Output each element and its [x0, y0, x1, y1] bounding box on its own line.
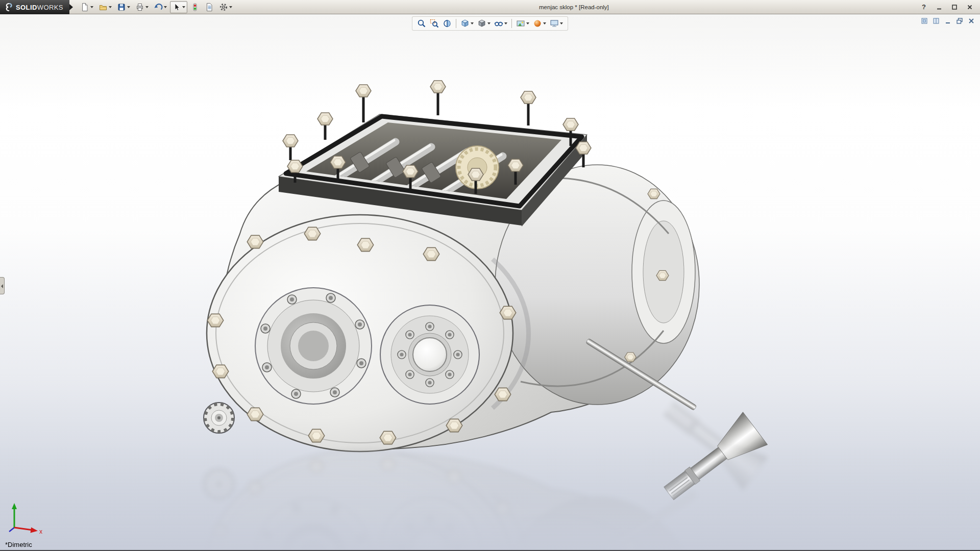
doc-minimize-button[interactable]	[943, 16, 952, 26]
new-document-button[interactable]	[78, 1, 95, 13]
brand-arrow-icon[interactable]	[69, 4, 73, 10]
minimize-button[interactable]	[934, 2, 944, 12]
fullscreen-button[interactable]	[919, 16, 929, 26]
hide-show-items-button[interactable]	[493, 18, 509, 29]
new-document-icon	[80, 3, 89, 12]
zoom-to-fit-button[interactable]	[415, 18, 428, 29]
doc-restore-icon	[956, 17, 963, 24]
gearbox-assembly	[204, 81, 768, 510]
open-document-icon	[99, 3, 108, 12]
titlebar[interactable]: SOLIDWORKS	[0, 0, 980, 14]
triad-y-arrowhead	[12, 503, 17, 509]
triad-x-label: x	[39, 528, 42, 535]
select-cursor-icon	[172, 3, 181, 12]
dropdown-arrow-icon	[471, 22, 474, 24]
dropdown-arrow-icon	[90, 6, 93, 8]
view-orientation-cube-icon	[460, 19, 470, 28]
display-style-button[interactable]	[476, 18, 492, 29]
doc-minimize-icon	[944, 17, 951, 24]
save-icon	[117, 3, 126, 12]
file-properties-button[interactable]	[203, 1, 216, 13]
maximize-icon	[951, 4, 958, 10]
print-button[interactable]	[133, 1, 151, 13]
featuremanager-collapse-handle[interactable]	[0, 277, 5, 294]
zoom-to-fit-icon	[417, 19, 426, 28]
document-window-controls	[919, 16, 976, 26]
edit-appearance-button[interactable]	[531, 18, 548, 29]
help-icon: ?	[922, 3, 926, 11]
section-view-button[interactable]	[441, 18, 453, 29]
select-button[interactable]	[170, 1, 187, 13]
window-controls: ?	[914, 2, 980, 12]
dropdown-arrow-icon	[560, 22, 563, 24]
options-gear-icon	[219, 3, 228, 12]
file-properties-icon	[205, 3, 214, 12]
output-bearing-boss	[380, 305, 479, 404]
fullscreen-icon	[921, 17, 928, 24]
display-style-cube-icon	[477, 19, 486, 28]
gearbox-model	[0, 14, 980, 550]
apply-scene-icon	[516, 19, 525, 28]
orientation-triad: x	[7, 501, 48, 537]
section-view-icon	[443, 19, 452, 28]
zoom-to-area-button[interactable]	[428, 18, 440, 29]
toolbar-separator	[511, 19, 512, 28]
dropdown-arrow-icon	[145, 6, 149, 8]
apply-scene-button[interactable]	[514, 18, 531, 29]
doc-close-icon	[968, 17, 975, 24]
undo-icon	[154, 3, 163, 12]
spline-end	[204, 403, 234, 433]
brand-text-bold: SOLID	[16, 4, 37, 11]
print-icon	[135, 3, 144, 12]
triad-z-axis	[9, 528, 14, 532]
dropdown-arrow-icon	[543, 22, 546, 24]
minimize-icon	[936, 4, 942, 10]
dropdown-arrow-icon	[109, 6, 112, 8]
window-title: menjac sklop * [Read-only]	[234, 4, 914, 10]
doc-close-button[interactable]	[966, 16, 976, 26]
dropdown-arrow-icon	[526, 22, 529, 24]
main-toolbar	[78, 1, 234, 13]
pane-toggle-button[interactable]	[931, 16, 941, 26]
viewport-3d[interactable]: x *Dimetric	[0, 14, 980, 550]
reflection-fade	[0, 448, 980, 550]
help-button[interactable]: ?	[919, 2, 929, 12]
dropdown-arrow-icon	[164, 6, 167, 8]
options-button[interactable]	[217, 1, 234, 13]
dropdown-arrow-icon	[127, 6, 130, 8]
toolbar-separator	[456, 19, 456, 28]
dropdown-arrow-icon	[504, 22, 507, 24]
brand-text-light: WORKS	[37, 4, 63, 11]
dropdown-arrow-icon	[487, 22, 491, 24]
undo-button[interactable]	[152, 1, 169, 13]
close-icon	[967, 4, 973, 10]
view-orientation-label: *Dimetric	[5, 541, 32, 548]
maximize-button[interactable]	[949, 2, 960, 12]
doc-restore-button[interactable]	[954, 16, 964, 26]
monitor-icon	[550, 19, 559, 28]
open-document-button[interactable]	[96, 1, 114, 13]
solidworks-logo: SOLIDWORKS	[0, 0, 69, 14]
solidworks-window: SOLIDWORKS	[0, 0, 980, 551]
appearance-ball-icon	[533, 19, 542, 28]
view-settings-button[interactable]	[548, 18, 565, 29]
heads-up-toolbar	[412, 16, 568, 31]
pane-toggle-icon	[933, 17, 940, 24]
dropdown-arrow-icon	[229, 6, 232, 8]
dropdown-arrow-icon	[182, 6, 185, 8]
save-button[interactable]	[115, 1, 132, 13]
rebuild-button[interactable]	[188, 1, 202, 13]
close-button[interactable]	[965, 2, 975, 12]
eyeglasses-icon	[494, 19, 503, 28]
rebuild-traffic-light-icon	[190, 3, 200, 12]
3ds-swirl-icon	[4, 3, 13, 12]
internal-gear	[456, 146, 499, 189]
zoom-to-area-icon	[430, 19, 439, 28]
triad-x-axis	[14, 528, 33, 530]
input-bearing-boss	[255, 288, 372, 404]
view-orientation-button[interactable]	[459, 18, 475, 29]
triad-x-arrowhead	[31, 528, 38, 533]
